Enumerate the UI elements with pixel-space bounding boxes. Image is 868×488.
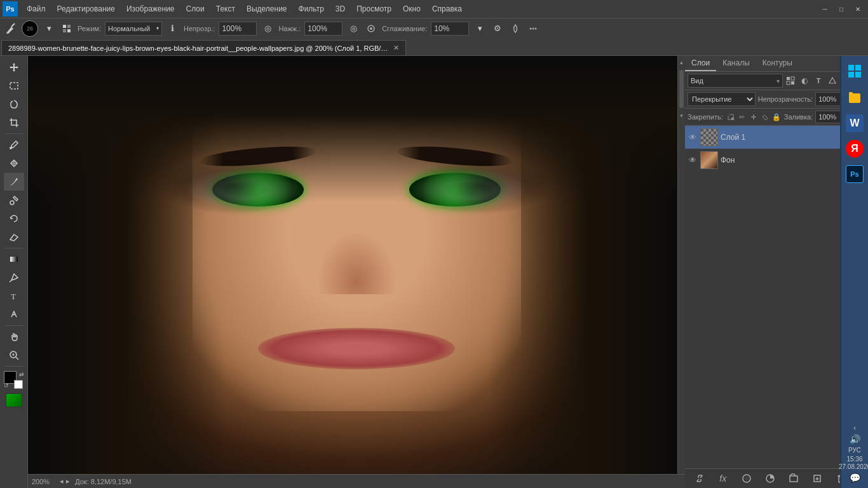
menu-view[interactable]: Просмотр <box>351 3 397 15</box>
menu-window[interactable]: Окно <box>398 3 426 15</box>
menu-help[interactable]: Справка <box>427 3 467 15</box>
scroll-right-icon[interactable]: ▸ <box>66 477 70 485</box>
win-time: 15:36 <box>839 455 868 463</box>
menu-file[interactable]: Файл <box>22 3 51 15</box>
layer-filter-input[interactable]: Вид ▾ <box>688 74 783 88</box>
filter-dropdown[interactable]: ▾ <box>776 78 780 85</box>
svg-rect-58 <box>849 92 853 95</box>
pressure-icon[interactable] <box>508 22 522 36</box>
smoothing-dropdown[interactable]: ▾ <box>473 22 487 36</box>
layer-item-1[interactable]: 👁 Фон 🔒 <box>685 149 855 172</box>
tool-eraser[interactable] <box>4 228 24 246</box>
status-bar: 200% ◂ ▸ Док: 8,12M/9,15M <box>28 474 685 488</box>
tool-type[interactable]: T <box>4 287 24 305</box>
maximize-button[interactable]: □ <box>834 4 849 14</box>
reset-colors-icon[interactable]: ↺ <box>4 383 9 389</box>
airbrush-icon[interactable] <box>364 22 378 36</box>
tool-brush[interactable] <box>4 173 24 191</box>
add-mask-button[interactable] <box>740 471 754 485</box>
blend-mode-select[interactable]: Перекрытие <box>688 92 756 106</box>
filter-shape-icon[interactable] <box>826 74 839 87</box>
svg-rect-25 <box>787 81 790 85</box>
tool-eyedropper[interactable] <box>4 136 24 154</box>
tool-crop[interactable] <box>4 114 24 132</box>
minimize-button[interactable]: ─ <box>817 4 832 14</box>
tool-pen[interactable] <box>4 269 24 287</box>
group-button[interactable] <box>787 471 801 485</box>
flow-input[interactable]: 100% <box>304 22 342 36</box>
adjustment-button[interactable] <box>763 471 777 485</box>
tool-path-select[interactable] <box>4 306 24 323</box>
settings-icon[interactable]: ⚙ <box>491 22 505 36</box>
menu-3d[interactable]: 3D <box>330 3 350 15</box>
close-button[interactable]: ✕ <box>850 4 865 14</box>
menu-edit[interactable]: Редактирование <box>52 3 120 15</box>
win-expand-icon[interactable]: ‹ <box>852 423 857 433</box>
tool-lasso[interactable] <box>4 95 24 113</box>
tool-gradient[interactable] <box>4 250 24 268</box>
tab-layers[interactable]: Слои <box>685 56 716 71</box>
canvas-vscrollbar[interactable]: ▲ ▼ <box>677 56 685 474</box>
canvas-area[interactable]: ▲ ▼ <box>28 56 685 474</box>
scroll-left-icon[interactable]: ◂ <box>60 477 64 485</box>
filter-type-icon[interactable]: T <box>812 74 825 87</box>
tab-close-button[interactable]: ✕ <box>393 44 399 52</box>
menu-text[interactable]: Текст <box>211 3 240 15</box>
tool-rectangle-select[interactable] <box>4 77 24 95</box>
mode-dropdown[interactable]: Нормальный ▾ <box>105 22 162 36</box>
layer-list[interactable]: 👁 Слой 1 👁 Фон 🔒 <box>685 126 855 468</box>
tool-healing[interactable] <box>4 154 24 172</box>
menu-filter[interactable]: Фильтр <box>294 3 329 15</box>
svg-rect-2 <box>67 25 71 28</box>
lock-all-icon[interactable]: 🔒 <box>771 112 782 122</box>
tool-move[interactable] <box>4 58 24 76</box>
menu-select[interactable]: Выделение <box>241 3 292 15</box>
tool-history-brush[interactable] <box>4 210 24 227</box>
filter-pixel-icon[interactable] <box>784 74 797 87</box>
lock-transparent-icon[interactable] <box>726 112 736 122</box>
win-word-icon[interactable]: W <box>843 112 866 135</box>
win-lang-icon[interactable]: РУС <box>847 445 862 455</box>
menu-image[interactable]: Изображение <box>121 3 180 15</box>
extra-options-icon[interactable] <box>526 22 540 36</box>
tool-zoom[interactable] <box>4 346 24 364</box>
svg-point-9 <box>535 27 537 29</box>
opacity-input[interactable]: 100% <box>219 22 257 36</box>
tab-channels[interactable]: Каналы <box>716 56 756 71</box>
link-layers-button[interactable] <box>693 471 707 485</box>
tab-paths[interactable]: Контуры <box>756 56 799 71</box>
new-layer-button[interactable] <box>810 471 824 485</box>
document-tab[interactable]: 2898989-women-brunette-face-juicy-lips-b… <box>1 40 406 55</box>
flow-toggle-icon[interactable]: ◎ <box>346 22 360 36</box>
tool-stamp[interactable] <box>4 191 24 209</box>
menu-layers[interactable]: Слои <box>181 3 210 15</box>
win-speaker-icon[interactable]: 🔊 <box>848 433 862 445</box>
brush-tool-icon[interactable] <box>4 22 18 36</box>
win-explorer-icon[interactable] <box>843 86 866 109</box>
win-start-icon[interactable] <box>843 60 866 83</box>
color-picker[interactable]: ⇄ ↺ <box>4 371 24 389</box>
toolbar-separator-4 <box>5 366 23 367</box>
smoothing-label: Сглаживание: <box>382 25 427 32</box>
layer-item-0[interactable]: 👁 Слой 1 <box>685 126 855 149</box>
background-color[interactable] <box>14 380 23 389</box>
brush-dropdown-arrow[interactable]: ▾ <box>42 22 56 36</box>
win-time-display[interactable]: 15:36 27.08.2020 <box>839 455 868 470</box>
swap-colors-icon[interactable]: ⇄ <box>19 371 24 377</box>
layer-visibility-0[interactable]: 👁 <box>688 132 698 142</box>
opacity-toggle-icon[interactable]: ◎ <box>261 22 275 36</box>
layer-visibility-1[interactable]: 👁 <box>688 155 698 165</box>
lock-position-icon[interactable] <box>749 112 759 122</box>
brush-size-picker[interactable]: 26 <box>22 20 38 37</box>
toolbar-separator-3 <box>5 325 23 326</box>
lock-pixels-icon[interactable]: ✏ <box>737 112 747 122</box>
win-notification-icon[interactable]: 💬 <box>850 473 860 483</box>
tool-hand[interactable] <box>4 328 24 346</box>
filter-adjust-icon[interactable]: ◐ <box>798 74 811 87</box>
lock-artboard-icon[interactable] <box>760 112 770 122</box>
win-yandex-icon[interactable]: Я <box>843 137 866 160</box>
win-ps-icon[interactable]: Ps <box>843 163 866 186</box>
tab-bar: 2898989-women-brunette-face-juicy-lips-b… <box>0 38 868 56</box>
smoothing-input[interactable]: 10% <box>431 22 469 36</box>
fx-button[interactable]: fx <box>716 471 730 485</box>
